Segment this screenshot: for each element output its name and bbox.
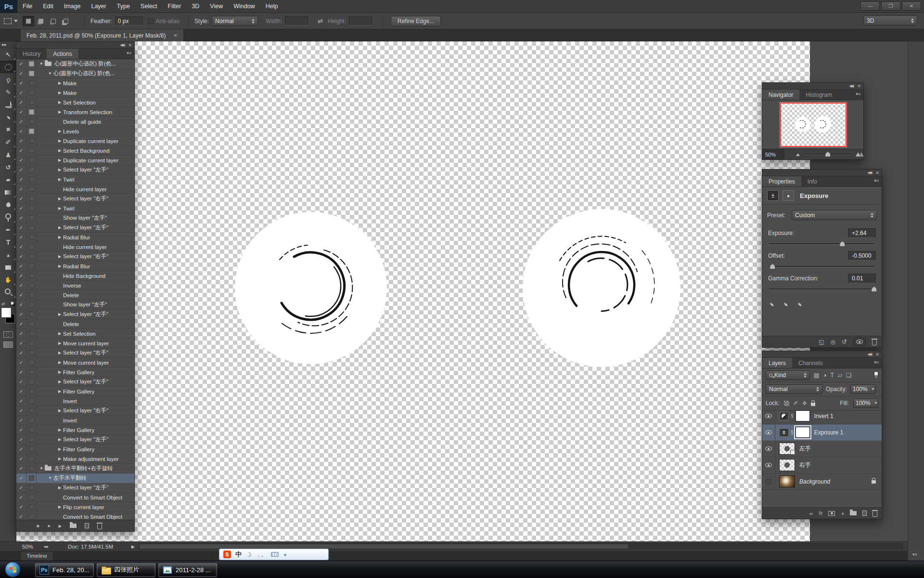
offset-slider[interactable]	[769, 266, 875, 267]
lock-pixels-icon[interactable]: ✐	[794, 400, 798, 407]
expand-arrow-icon[interactable]: ▶	[56, 428, 63, 432]
action-row[interactable]: ✓ ▶ Levels	[16, 127, 134, 136]
dialog-toggle[interactable]	[26, 319, 37, 328]
action-row[interactable]: ✓ ▶ Set Selection	[16, 329, 134, 339]
restore-button[interactable]	[881, 1, 900, 11]
expand-arrow-icon[interactable]: ▶	[56, 91, 63, 95]
expand-arrow-icon[interactable]: ▶	[56, 360, 63, 365]
action-row[interactable]: ✓ Invert	[16, 396, 134, 406]
dialog-toggle[interactable]	[26, 300, 37, 309]
clip-to-layer-icon[interactable]	[819, 339, 824, 345]
tab-history[interactable]: History	[16, 49, 47, 59]
close-panel-icon[interactable]	[875, 352, 879, 357]
link-layers-button[interactable]	[809, 511, 813, 516]
include-checkmark-icon[interactable]: ✓	[16, 117, 26, 126]
tab-histogram[interactable]: Histogram	[799, 90, 838, 100]
dialog-toggle[interactable]	[26, 184, 37, 194]
expand-arrow-icon[interactable]: ▼	[47, 476, 53, 480]
action-row[interactable]: ✓ ▶ Select layer "左手"	[16, 377, 134, 387]
action-row[interactable]: ✓ ▶ Flip current layer	[16, 502, 134, 512]
action-row[interactable]: ✓ Hide current layer	[16, 242, 134, 252]
tab-channels[interactable]: Channels	[792, 358, 829, 368]
action-row[interactable]: ✓ ▶ Set Selection	[16, 98, 134, 107]
action-row[interactable]: ✓ ▶ Twirl	[16, 204, 134, 213]
close-button[interactable]	[902, 1, 921, 11]
expand-arrow-icon[interactable]: ▶	[56, 380, 63, 384]
dialog-toggle[interactable]	[26, 98, 37, 107]
include-checkmark-icon[interactable]: ✓	[16, 69, 26, 78]
default-colors-icon[interactable]	[11, 302, 14, 305]
expand-arrow-icon[interactable]: ▶	[56, 341, 63, 345]
swap-colors-icon[interactable]: ⇄	[1, 302, 5, 306]
dialog-toggle[interactable]	[26, 262, 37, 271]
layer-name[interactable]: 左手	[799, 445, 811, 453]
dock-menu-icon[interactable]: ▾≡	[912, 552, 917, 557]
swap-width-height-icon[interactable]: ⇄	[318, 17, 323, 25]
gradient-tool[interactable]	[0, 186, 16, 198]
begin-recording-button[interactable]	[47, 523, 50, 528]
expand-arrow-icon[interactable]: ▶	[56, 331, 63, 336]
action-row[interactable]: ✓ ▶ Make adjustment layer	[16, 454, 134, 464]
taskbar-button[interactable]: 四张照片	[97, 563, 155, 577]
play-action-button[interactable]	[58, 524, 62, 528]
include-checkmark-icon[interactable]: ✓	[16, 339, 26, 348]
action-row[interactable]: ✓ ▶ Move current layer	[16, 358, 134, 368]
layer-thumbnail[interactable]	[779, 459, 795, 471]
menu-item[interactable]: Window	[228, 0, 260, 13]
include-checkmark-icon[interactable]: ✓	[16, 502, 26, 512]
history-brush-tool[interactable]	[0, 161, 16, 173]
expand-arrow-icon[interactable]: ▶	[56, 197, 63, 201]
include-checkmark-icon[interactable]: ✓	[16, 127, 26, 136]
include-checkmark-icon[interactable]: ✓	[16, 512, 26, 520]
action-row[interactable]: ✓ ▶ Duplicate current layer	[16, 136, 134, 146]
dialog-toggle[interactable]	[26, 368, 37, 377]
delete-layer-button[interactable]	[873, 510, 877, 517]
include-checkmark-icon[interactable]: ✓	[16, 79, 26, 88]
soft-keyboard-icon[interactable]	[271, 552, 279, 557]
action-row[interactable]: ✓ ▼ 心(圆形中心选区) 阶(色...	[16, 69, 134, 79]
action-row[interactable]: ✓ ▶ Radial Blur	[16, 262, 134, 271]
offset-value[interactable]: -0.5000	[848, 251, 876, 261]
dialog-toggle[interactable]	[26, 483, 37, 492]
dialog-toggle[interactable]	[26, 454, 37, 463]
collapse-panel-icon[interactable]	[120, 43, 124, 48]
fullwidth-toggle-icon[interactable]	[246, 551, 252, 558]
action-row[interactable]: ✓ ▶ Select layer "左手"	[16, 483, 134, 493]
brush-tool[interactable]	[0, 136, 16, 148]
collapse-panel-icon[interactable]	[867, 171, 871, 175]
include-checkmark-icon[interactable]: ✓	[16, 204, 26, 213]
zoom-level-field[interactable]: 50%	[22, 544, 33, 550]
navigator-thumbnail[interactable]	[780, 102, 847, 147]
path-selection-tool[interactable]	[0, 249, 16, 261]
layer-mask-icon[interactable]	[783, 190, 794, 201]
action-row[interactable]: ✓ ▶ Make	[16, 88, 134, 98]
include-checkmark-icon[interactable]: ✓	[16, 107, 26, 117]
stop-recording-button[interactable]	[37, 524, 39, 528]
include-checkmark-icon[interactable]: ✓	[16, 88, 26, 97]
include-checkmark-icon[interactable]: ✓	[16, 377, 26, 386]
layer-mask-thumbnail[interactable]	[796, 410, 810, 421]
filter-shape-layers-icon[interactable]: ▱	[838, 372, 842, 379]
dialog-toggle[interactable]	[26, 396, 37, 406]
spot-healing-tool[interactable]	[0, 123, 16, 136]
layer-row[interactable]: § Exposure 1	[762, 424, 882, 441]
action-row[interactable]: ✓ ▶ Select layer "左手"	[16, 165, 134, 175]
proxy-view-box[interactable]	[780, 103, 847, 147]
dialog-toggle[interactable]	[26, 281, 37, 290]
include-checkmark-icon[interactable]: ✓	[16, 348, 26, 357]
expand-arrow-icon[interactable]: ▶	[56, 177, 63, 182]
include-checkmark-icon[interactable]: ✓	[16, 473, 26, 483]
panel-header[interactable]	[16, 42, 134, 49]
dialog-toggle[interactable]	[26, 464, 37, 473]
dialog-toggle[interactable]	[26, 117, 37, 126]
panel-header[interactable]	[762, 170, 882, 176]
action-row[interactable]: ✓ ▶ Filter Gallery	[16, 445, 134, 454]
zoom-in-icon[interactable]	[856, 152, 863, 157]
tool-preset-picker[interactable]	[4, 18, 18, 24]
dialog-toggle[interactable]	[26, 348, 37, 357]
exposure-slider[interactable]	[769, 243, 875, 245]
dialog-toggle[interactable]	[26, 329, 37, 338]
close-panel-icon[interactable]	[875, 171, 879, 175]
zoom-slider[interactable]	[805, 154, 851, 155]
layer-name[interactable]: 右手	[799, 461, 811, 469]
